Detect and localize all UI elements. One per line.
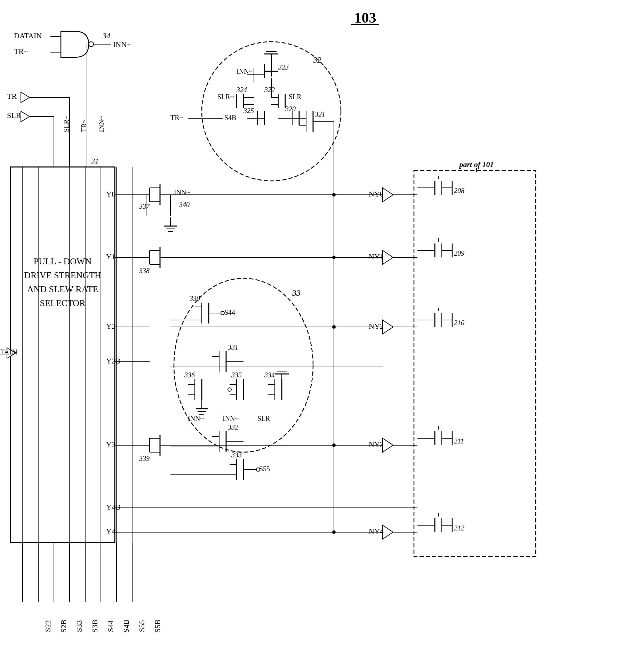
num-33-label: 33 — [292, 288, 301, 297]
num-321: 321 — [314, 110, 325, 118]
datain-top: DATAIN — [14, 31, 42, 40]
slr-322: SLR — [289, 93, 302, 101]
num-209: 209 — [454, 249, 464, 257]
ny3-label: NY3 — [369, 440, 384, 449]
slr-inv-label: SLR~ — [63, 115, 70, 132]
num-340: 340 — [179, 201, 190, 208]
num-332: 332 — [227, 423, 238, 431]
num-333: 333 — [231, 451, 242, 459]
y2-label: Y2 — [106, 322, 115, 330]
svg-point-77 — [221, 311, 224, 315]
circuit-diagram: 103 34 INN~ DATAIN TR~ TR SLR SLR~ TR~ — [0, 0, 623, 672]
s4b-bot-label: S4B — [122, 619, 130, 633]
inn-323: INN~ — [237, 67, 253, 75]
num-322: 322 — [264, 86, 275, 94]
svg-point-188 — [332, 530, 336, 534]
tr-left: TR — [7, 92, 17, 101]
num-336: 336 — [184, 371, 195, 379]
num-334: 334 — [264, 371, 275, 379]
inn-inv-label: INN~ — [97, 116, 105, 132]
y4-label: Y4 — [106, 527, 115, 536]
num-210: 210 — [454, 319, 464, 327]
num-337: 337 — [139, 202, 150, 210]
num-335: 335 — [231, 371, 242, 379]
s44-label: S44 — [224, 309, 235, 316]
s22-label: S22 — [43, 620, 52, 632]
ny0-label: NY0 — [369, 190, 384, 198]
part-of-101-label: part of 101 — [459, 160, 494, 169]
s2b-label: S2B — [59, 619, 68, 633]
block-title-line2: DRIVE STRENGTH — [24, 270, 101, 280]
inn-335: INN~ — [223, 415, 239, 422]
y1-label: Y1 — [106, 252, 115, 261]
tr-top: TR~ — [14, 47, 28, 56]
s3b-label: S3B — [90, 619, 99, 633]
datain-left: DATAIN — [0, 347, 17, 356]
slr-335: SLR — [257, 415, 270, 422]
s4b-label: S4B — [224, 114, 236, 121]
num-212: 212 — [454, 524, 464, 532]
tr-inv-label2: TR~ — [80, 119, 88, 132]
y2b-label: Y2B — [106, 357, 121, 365]
num-339: 339 — [139, 455, 150, 462]
inn-top-label: INN~ — [113, 40, 131, 49]
svg-point-185 — [332, 256, 336, 259]
s55-label: S55 — [259, 465, 270, 473]
block-num-31: 31 — [91, 157, 99, 165]
s55-bot-label: S55 — [137, 620, 146, 632]
svg-point-113 — [256, 468, 260, 471]
inn-336: INN~ — [188, 415, 204, 422]
num-208: 208 — [454, 187, 464, 194]
y3-label: Y3 — [106, 440, 115, 449]
ny1-label: NY1 — [369, 252, 384, 261]
figure-number: 103 — [354, 10, 376, 26]
y0-label: Y0 — [106, 190, 115, 198]
svg-point-187 — [332, 443, 336, 447]
num-338: 338 — [139, 267, 150, 274]
num-324: 324 — [236, 86, 247, 94]
svg-point-95 — [228, 388, 231, 391]
tr-inv-top: TR~ — [170, 114, 183, 121]
s44-bot-label: S44 — [106, 620, 115, 632]
num-320: 320 — [285, 105, 296, 113]
block-title-line3: AND SLEW RATE — [27, 284, 98, 294]
num-331: 331 — [227, 343, 238, 351]
num-32-label: 32 — [313, 55, 321, 64]
svg-point-186 — [332, 325, 336, 329]
num-211: 211 — [454, 437, 464, 445]
num-330: 330 — [189, 295, 200, 302]
y4b-label: Y4B — [106, 503, 121, 511]
main-block — [10, 167, 115, 543]
ny4-label: NY4 — [369, 527, 384, 536]
num-325: 325 — [243, 107, 254, 114]
svg-point-184 — [332, 193, 336, 197]
slr-left: SLR — [7, 111, 21, 120]
svg-point-2 — [89, 42, 94, 47]
gate-num-34: 34 — [102, 31, 110, 40]
slr-inv-324: SLR~ — [217, 93, 234, 101]
s33-label: S33 — [75, 620, 83, 632]
block-title-line1: PULL - DOWN — [34, 256, 92, 266]
ny2-label: NY2 — [369, 322, 384, 330]
num-323: 323 — [278, 63, 289, 71]
s5b-bot-label: S5B — [153, 619, 162, 633]
block-title-line4: SELECTOR — [40, 298, 86, 308]
